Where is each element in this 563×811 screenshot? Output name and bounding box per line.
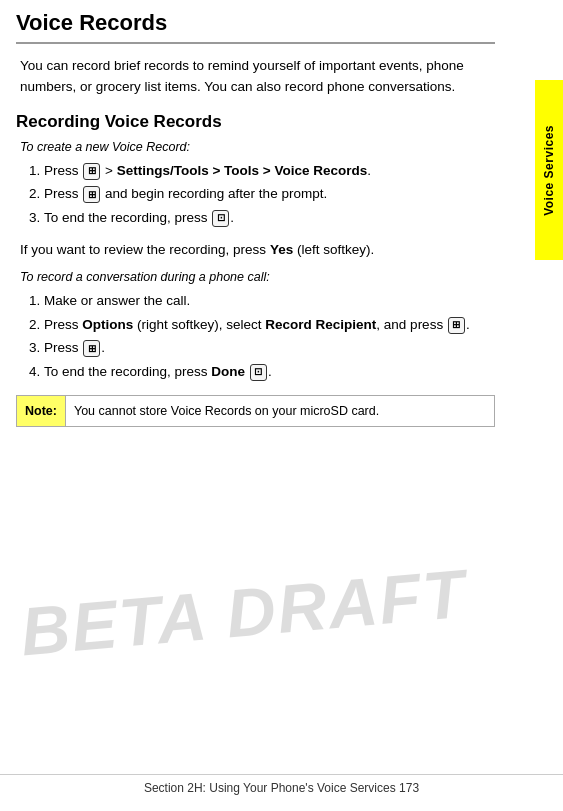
watermark: BETA DRAFT [17,554,469,671]
page-wrapper: Voice Services BETA DRAFT Voice Records … [0,0,563,811]
step-1-2-text: Press ⊞ and begin recording after the pr… [44,186,327,201]
steps-list-1: Press ⊞ > Settings/Tools > Tools > Voice… [16,160,495,229]
side-tab-label: Voice Services [542,125,556,216]
nav-icon-3: ⊞ [448,317,465,334]
step-2-2: Press Options (right softkey), select Re… [44,314,495,336]
nav-icon-1: ⊞ [83,163,100,180]
step-1-2: Press ⊞ and begin recording after the pr… [44,183,495,205]
footer: Section 2H: Using Your Phone's Voice Ser… [0,774,563,795]
note-content: You cannot store Voice Records on your m… [66,396,387,427]
step-2-2-text: Press Options (right softkey), select Re… [44,317,470,332]
page-title: Voice Records [16,10,495,44]
step-1-3-text: To end the recording, press ⊡. [44,210,234,225]
side-tab: Voice Services [535,80,563,260]
end-icon-1: ⊡ [212,210,229,227]
main-content: Voice Records You can record brief recor… [0,0,535,447]
step-2-3: Press ⊞. [44,337,495,359]
nav-icon-4: ⊞ [83,340,100,357]
note-box: Note: You cannot store Voice Records on … [16,395,495,428]
note-label: Note: [17,396,66,427]
nav-icon-2: ⊞ [83,186,100,203]
mid-paragraph: If you want to review the recording, pre… [16,239,495,261]
steps-list-2: Make or answer the call. Press Options (… [16,290,495,382]
step-2-4: To end the recording, press Done ⊡. [44,361,495,383]
step-1-1-text: Press ⊞ > Settings/Tools > Tools > Voice… [44,163,371,178]
section-heading: Recording Voice Records [16,112,495,132]
step-2-4-text: To end the recording, press Done ⊡. [44,364,272,379]
step-1-3: To end the recording, press ⊡. [44,207,495,229]
end-icon-2: ⊡ [250,364,267,381]
step-1-1: Press ⊞ > Settings/Tools > Tools > Voice… [44,160,495,182]
sub-heading-1: To create a new Voice Record: [16,140,495,154]
sub-heading-2: To record a conversation during a phone … [16,270,495,284]
step-2-3-text: Press ⊞. [44,340,105,355]
intro-paragraph: You can record brief records to remind y… [16,56,495,98]
step-2-1-text: Make or answer the call. [44,293,190,308]
step-2-1: Make or answer the call. [44,290,495,312]
